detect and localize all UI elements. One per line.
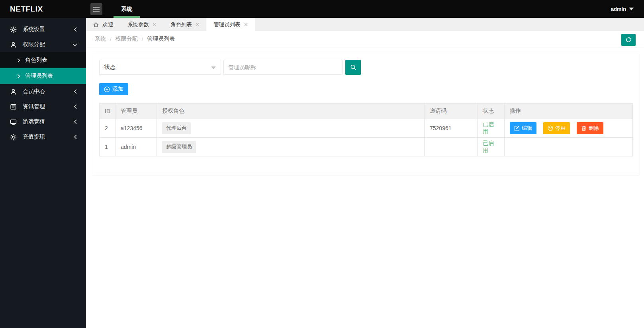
role-tag: 代理后台 xyxy=(162,122,191,134)
delete-button-label: 删除 xyxy=(589,125,599,132)
caret-down-icon xyxy=(211,66,216,69)
gear-icon xyxy=(10,26,17,33)
content-area: 状态 添加 xyxy=(86,47,644,175)
status-select-value: 状态 xyxy=(104,64,115,71)
disable-button[interactable]: 停用 xyxy=(543,122,570,134)
search-button[interactable] xyxy=(345,60,361,75)
cell-role: 超级管理员 xyxy=(157,138,425,156)
search-icon xyxy=(350,64,356,70)
table-row: 2 a123456 代理后台 7520961 已启用 编辑 xyxy=(100,119,633,138)
tab-strip: 欢迎 系统参数 角色列表 管理员列表 xyxy=(86,18,644,31)
home-icon xyxy=(93,22,99,27)
tab-label: 欢迎 xyxy=(102,21,113,28)
chevron-left-icon xyxy=(74,89,77,94)
delete-button[interactable]: 删除 xyxy=(577,122,603,134)
sidebar: 系统设置 权限分配 角色列表 xyxy=(0,18,86,328)
sidebar-item-recharge-withdraw[interactable]: 充值提现 xyxy=(0,129,86,144)
cell-admin: a123456 xyxy=(115,119,157,138)
member-icon xyxy=(10,88,17,95)
cell-status: 已启用 xyxy=(478,138,505,156)
admin-list-card: 状态 添加 xyxy=(93,54,639,175)
cell-role: 代理后台 xyxy=(157,119,425,138)
monitor-icon xyxy=(10,119,17,125)
cell-invite-code xyxy=(425,138,478,156)
user-icon xyxy=(10,41,17,48)
add-button[interactable]: 添加 xyxy=(99,83,128,95)
col-header-actions: 操作 xyxy=(505,103,633,119)
sidebar-item-role-list[interactable]: 角色列表 xyxy=(0,52,86,68)
username: admin xyxy=(611,6,626,12)
sidebar-item-label: 权限分配 xyxy=(23,41,72,48)
tab-role-list[interactable]: 角色列表 xyxy=(163,18,206,31)
sidebar-item-label: 资讯管理 xyxy=(23,103,74,110)
sidebar-subitem-label: 管理员列表 xyxy=(25,72,53,80)
sidebar-item-admin-list[interactable]: 管理员列表 xyxy=(0,68,86,84)
tab-system-params[interactable]: 系统参数 xyxy=(120,18,163,31)
top-nav-system[interactable]: 系统 xyxy=(114,0,140,18)
chevron-right-icon xyxy=(17,74,20,78)
tab-label: 系统参数 xyxy=(127,21,149,28)
disable-button-label: 停用 xyxy=(555,125,566,132)
sidebar-item-label: 系统设置 xyxy=(23,26,74,33)
chevron-down-icon xyxy=(72,43,77,47)
breadcrumb-separator xyxy=(106,35,115,43)
sidebar-item-news-management[interactable]: 资讯管理 xyxy=(0,99,86,114)
plus-circle-icon xyxy=(104,86,110,92)
col-header-status: 状态 xyxy=(478,103,505,119)
status-badge: 已启用 xyxy=(483,121,494,135)
breadcrumb-system[interactable]: 系统 xyxy=(95,35,106,43)
topbar: NETFLIX 系统 admin xyxy=(0,0,644,18)
edit-button[interactable]: 编辑 xyxy=(510,122,536,134)
user-menu[interactable]: admin xyxy=(611,6,644,12)
cell-id: 2 xyxy=(100,119,115,138)
edit-button-label: 编辑 xyxy=(522,125,532,132)
chevron-left-icon xyxy=(74,104,77,109)
main-area: 欢迎 系统参数 角色列表 管理员列表 系统 权限分配 管理员列表 xyxy=(86,18,644,328)
nickname-input[interactable] xyxy=(223,60,343,75)
news-icon xyxy=(10,103,17,110)
chevron-left-icon xyxy=(74,135,77,139)
breadcrumb-permissions[interactable]: 权限分配 xyxy=(115,35,138,43)
trash-icon xyxy=(581,125,587,131)
breadcrumb-separator xyxy=(138,35,147,43)
tab-label: 角色列表 xyxy=(170,21,192,28)
admin-table: ID 管理员 授权角色 邀请码 状态 操作 2 a123456 代理后台 752… xyxy=(99,103,633,156)
sidebar-toggle-button[interactable] xyxy=(90,3,102,15)
table-row: 1 admin 超级管理员 已启用 xyxy=(100,138,633,156)
chevron-right-icon xyxy=(17,58,20,62)
sidebar-item-permissions[interactable]: 权限分配 xyxy=(0,37,86,52)
col-header-id: ID xyxy=(100,103,115,119)
sidebar-item-label: 游戏竞猜 xyxy=(23,118,74,125)
caret-down-icon xyxy=(629,8,634,10)
tab-label: 管理员列表 xyxy=(213,21,241,28)
status-select[interactable]: 状态 xyxy=(99,60,221,75)
sidebar-submenu-permissions: 角色列表 管理员列表 xyxy=(0,52,86,84)
sidebar-item-member-center[interactable]: 会员中心 xyxy=(0,84,86,99)
tab-welcome[interactable]: 欢迎 xyxy=(86,18,120,31)
chevron-left-icon xyxy=(74,119,77,124)
cell-actions: 编辑 停用 xyxy=(505,119,633,138)
cell-id: 1 xyxy=(100,138,115,156)
breadcrumb-bar: 系统 权限分配 管理员列表 xyxy=(86,31,644,47)
sad-face-icon xyxy=(548,125,553,131)
refresh-icon xyxy=(625,37,632,43)
table-header-row: ID 管理员 授权角色 邀请码 状态 操作 xyxy=(100,103,633,119)
col-header-admin: 管理员 xyxy=(115,103,157,119)
sidebar-subitem-label: 角色列表 xyxy=(25,57,47,64)
close-icon[interactable] xyxy=(244,23,248,26)
cell-actions xyxy=(505,138,633,156)
tab-admin-list[interactable]: 管理员列表 xyxy=(206,18,255,31)
gear-icon xyxy=(10,134,17,141)
col-header-invite-code: 邀请码 xyxy=(425,103,478,119)
sidebar-item-system-settings[interactable]: 系统设置 xyxy=(0,22,86,37)
role-tag: 超级管理员 xyxy=(162,141,196,153)
app-logo: NETFLIX xyxy=(0,5,86,14)
hamburger-icon xyxy=(93,7,100,12)
close-icon[interactable] xyxy=(196,23,199,26)
close-icon[interactable] xyxy=(153,23,156,26)
cell-admin: admin xyxy=(115,138,157,156)
refresh-button[interactable] xyxy=(621,34,636,46)
active-nav-underline xyxy=(114,16,140,18)
status-badge: 已启用 xyxy=(483,140,494,153)
sidebar-item-game-betting[interactable]: 游戏竞猜 xyxy=(0,114,86,129)
